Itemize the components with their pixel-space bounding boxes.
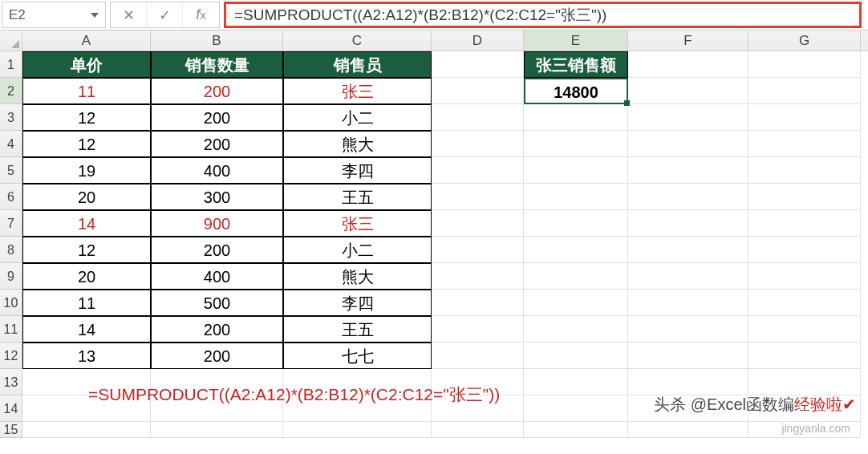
cell-sales[interactable]: 熊大 <box>283 263 432 290</box>
cell-sales[interactable]: 张三 <box>283 78 432 104</box>
cell-price[interactable]: 19 <box>22 157 151 184</box>
cell-qty[interactable]: 200 <box>151 343 283 369</box>
row-header-2[interactable]: 2 <box>0 78 22 104</box>
cell-qty[interactable]: 200 <box>151 237 283 263</box>
cell-F6[interactable] <box>628 184 748 210</box>
cell-F8[interactable] <box>628 237 748 263</box>
cell-G4[interactable] <box>748 131 861 157</box>
cell-E11[interactable] <box>524 316 628 343</box>
cell-qty[interactable]: 200 <box>151 316 283 343</box>
cell-G3[interactable] <box>748 104 861 131</box>
chevron-down-icon[interactable] <box>91 13 99 18</box>
cell-F13[interactable] <box>628 369 748 395</box>
formula-input[interactable]: =SUMPRODUCT((A2:A12)*(B2:B12)*(C2:C12="张… <box>224 2 862 28</box>
cell-D10[interactable] <box>432 290 524 316</box>
cell-G8[interactable] <box>748 237 861 263</box>
cell-price[interactable]: 11 <box>22 290 151 316</box>
cell-sales[interactable]: 王五 <box>283 316 432 343</box>
cell-G2[interactable] <box>748 78 861 104</box>
row-header-4[interactable]: 4 <box>0 131 22 157</box>
cell-qty[interactable]: 200 <box>151 78 283 104</box>
cell-F7[interactable] <box>628 210 748 237</box>
cell-price[interactable]: 20 <box>22 184 151 210</box>
cell-G9[interactable] <box>748 263 861 290</box>
cell-D1[interactable] <box>432 51 524 78</box>
cell-F9[interactable] <box>628 263 748 290</box>
cell-price[interactable]: 12 <box>22 237 151 263</box>
row-header-11[interactable]: 11 <box>0 316 22 343</box>
cell-E7[interactable] <box>524 210 628 237</box>
header-price[interactable]: 单价 <box>22 51 151 78</box>
row-header-14[interactable]: 14 <box>0 395 22 422</box>
cell-F4[interactable] <box>628 131 748 157</box>
cell-price[interactable]: 12 <box>22 104 151 131</box>
cell-D15[interactable] <box>432 422 524 438</box>
accept-icon[interactable]: ✓ <box>147 2 183 27</box>
cell-E9[interactable] <box>524 263 628 290</box>
col-header-D[interactable]: D <box>432 30 524 51</box>
cell-E14[interactable] <box>524 395 628 422</box>
col-header-E[interactable]: E <box>524 30 628 51</box>
col-header-A[interactable]: A <box>22 30 151 51</box>
cell-G1[interactable] <box>748 51 861 78</box>
cell-E15[interactable] <box>524 422 628 438</box>
cell-D9[interactable] <box>432 263 524 290</box>
row-header-7[interactable]: 7 <box>0 210 22 237</box>
col-header-F[interactable]: F <box>628 30 748 51</box>
cell-sales[interactable]: 李四 <box>283 290 432 316</box>
cell-D11[interactable] <box>432 316 524 343</box>
row-header-6[interactable]: 6 <box>0 184 22 210</box>
cell-F5[interactable] <box>628 157 748 184</box>
cell-qty[interactable]: 300 <box>151 184 283 210</box>
cell-D2[interactable] <box>432 78 524 104</box>
cell-qty[interactable]: 200 <box>151 104 283 131</box>
cell-qty[interactable]: 400 <box>151 263 283 290</box>
cell-F2[interactable] <box>628 78 748 104</box>
header-qty[interactable]: 销售数量 <box>151 51 283 78</box>
col-header-B[interactable]: B <box>151 30 283 51</box>
cell-sales[interactable]: 七七 <box>283 343 432 369</box>
cell-D4[interactable] <box>432 131 524 157</box>
row-header-12[interactable]: 12 <box>0 343 22 369</box>
cell-G12[interactable] <box>748 343 861 369</box>
cell-A15[interactable] <box>22 422 151 438</box>
cell-G7[interactable] <box>748 210 861 237</box>
col-header-C[interactable]: C <box>283 30 432 51</box>
cell-D3[interactable] <box>432 104 524 131</box>
cell-qty[interactable]: 400 <box>151 157 283 184</box>
cell-E13[interactable] <box>524 369 628 395</box>
cell-price[interactable]: 11 <box>22 78 151 104</box>
row-header-1[interactable]: 1 <box>0 51 22 78</box>
cell-F11[interactable] <box>628 316 748 343</box>
cell-qty[interactable]: 900 <box>151 210 283 237</box>
cell-E5[interactable] <box>524 157 628 184</box>
select-all-corner[interactable] <box>0 30 22 51</box>
cell-D12[interactable] <box>432 343 524 369</box>
cell-E6[interactable] <box>524 184 628 210</box>
cell-qty[interactable]: 200 <box>151 131 283 157</box>
header-result[interactable]: 张三销售额 <box>524 51 628 78</box>
cell-E12[interactable] <box>524 343 628 369</box>
cell-G10[interactable] <box>748 290 861 316</box>
cell-price[interactable]: 13 <box>22 343 151 369</box>
row-header-10[interactable]: 10 <box>0 290 22 316</box>
cell-G5[interactable] <box>748 157 861 184</box>
cell-E10[interactable] <box>524 290 628 316</box>
cell-F1[interactable] <box>628 51 748 78</box>
cell-sales[interactable]: 熊大 <box>283 131 432 157</box>
cell-G6[interactable] <box>748 184 861 210</box>
cell-D6[interactable] <box>432 184 524 210</box>
header-sales[interactable]: 销售员 <box>283 51 432 78</box>
cell-price[interactable]: 14 <box>22 210 151 237</box>
col-header-G[interactable]: G <box>748 30 861 51</box>
cell-F3[interactable] <box>628 104 748 131</box>
cell-G13[interactable] <box>748 369 861 395</box>
cell-C15[interactable] <box>283 422 432 438</box>
row-header-8[interactable]: 8 <box>0 237 22 263</box>
row-header-3[interactable]: 3 <box>0 104 22 131</box>
cell-E8[interactable] <box>524 237 628 263</box>
cell-sales[interactable]: 小二 <box>283 104 432 131</box>
fx-icon[interactable]: fx <box>183 2 219 27</box>
row-header-5[interactable]: 5 <box>0 157 22 184</box>
cell-sales[interactable]: 小二 <box>283 237 432 263</box>
